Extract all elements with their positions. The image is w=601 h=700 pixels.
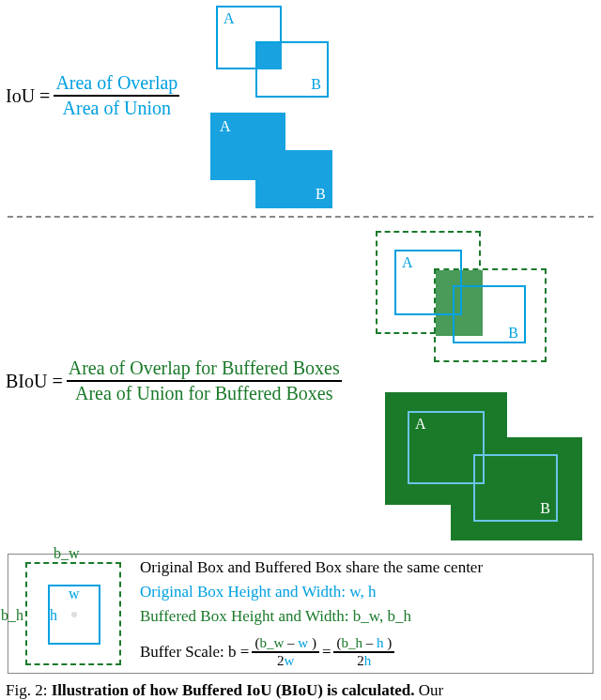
- caption-bold: Illustration of how Buffered IoU (BIoU) …: [52, 681, 415, 699]
- iou-union-diagram: A B: [197, 113, 366, 216]
- center-dot-icon: [71, 612, 77, 617]
- box-b-label: B: [311, 76, 321, 93]
- figure-caption: Fig. 2: Illustration of how Buffered IoU…: [6, 681, 443, 700]
- orig-a-label: A: [402, 254, 413, 271]
- orig-b-union-label: B: [540, 500, 550, 517]
- iou-fraction: Area of Overlap Area of Union: [54, 71, 179, 120]
- figure-container: IoU = Area of Overlap Area of Union A B …: [0, 0, 601, 700]
- legend-box: b_w b_h w h Original Box and Buffered Bo…: [8, 554, 593, 674]
- legend-line3-pre: Buffered Box Height and Width:: [140, 607, 353, 625]
- buffer-scale-frac1: (b_w – w ) 2w: [252, 635, 318, 669]
- iou-overlap-diagram: A B: [197, 6, 357, 109]
- legend-line1: Original Box and Buffered Box share the …: [140, 558, 483, 577]
- iou-equation: IoU = Area of Overlap Area of Union: [6, 71, 183, 120]
- overlap-fill: [257, 43, 282, 69]
- biou-fraction: Area of Overlap for Buffered Boxes Area …: [67, 357, 342, 405]
- orig-a-union-label: A: [415, 416, 426, 433]
- union-b-label: B: [316, 186, 326, 203]
- iou-numerator: Area of Overlap: [54, 71, 179, 95]
- biou-overlap-diagram: A B: [376, 231, 582, 372]
- orig-b: B: [453, 285, 526, 343]
- legend-line4: Buffer Scale: b = (b_w – w ) 2w = (b_h –…: [140, 635, 397, 669]
- box-a-label: A: [223, 10, 235, 27]
- biou-denominator: Area of Union for Buffered Boxes: [73, 382, 335, 405]
- orig-b-label: B: [508, 325, 518, 342]
- caption-fig-label: Fig. 2:: [6, 681, 52, 699]
- legend-line2-vals: w, h: [349, 583, 376, 601]
- union-a-label: A: [220, 118, 231, 135]
- biou-union-diagram: A B: [385, 392, 592, 542]
- legend-line3-vals: b_w, b_h: [353, 607, 411, 625]
- iou-lhs: IoU =: [6, 85, 50, 107]
- legend-line2: Original Box Height and Width: w, h: [140, 583, 376, 601]
- legend-bw: b_w: [54, 545, 80, 562]
- biou-numerator: Area of Overlap for Buffered Boxes: [67, 357, 342, 380]
- legend-diagram: b_w b_h w h: [22, 562, 134, 671]
- legend-w: w: [69, 586, 80, 602]
- iou-denominator: Area of Union: [61, 97, 174, 120]
- legend-line3: Buffered Box Height and Width: b_w, b_h: [140, 607, 411, 626]
- biou-equation: BIoU = Area of Overlap for Buffered Boxe…: [6, 357, 346, 405]
- biou-lhs: BIoU =: [6, 371, 63, 392]
- buffer-scale-frac2: (b_h – h ) 2h: [333, 635, 394, 669]
- section-divider: [8, 216, 593, 218]
- orig-b-union: B: [473, 454, 558, 522]
- legend-h: h: [50, 607, 57, 624]
- buffer-scale-label: Buffer Scale: b =: [140, 643, 249, 662]
- equals-sign: =: [322, 643, 331, 662]
- legend-bh: b_h: [1, 607, 23, 624]
- legend-line2-pre: Original Box Height and Width:: [140, 583, 349, 601]
- caption-rest: Our: [415, 681, 444, 699]
